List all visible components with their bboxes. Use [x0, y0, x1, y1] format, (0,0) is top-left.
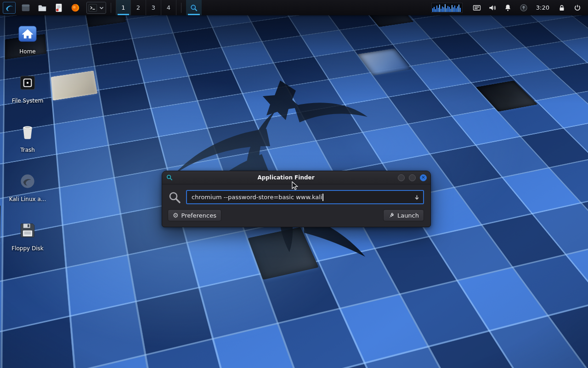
desktop-icon-label: File System	[12, 98, 44, 104]
window-controls: ✕	[398, 174, 427, 181]
status-tray-button[interactable]	[518, 2, 530, 14]
logout-button[interactable]	[571, 2, 583, 14]
desktop-icon-label: Floppy Disk	[11, 245, 44, 252]
workspace-switcher: 1 2 3 4	[116, 0, 176, 15]
bell-icon	[503, 3, 512, 12]
firefox-launcher[interactable]	[70, 2, 81, 13]
keyboard-icon	[472, 3, 481, 12]
desktop-icon-label: Trash	[20, 147, 35, 153]
speaker-icon	[488, 3, 497, 12]
close-icon: ✕	[421, 175, 425, 180]
search-icon	[168, 190, 181, 204]
volume-tray-button[interactable]	[486, 2, 498, 14]
kali-logo-icon	[5, 3, 14, 12]
file-system-icon	[17, 71, 38, 95]
gear-icon: ⚙	[173, 212, 179, 218]
desktop-icon-home[interactable]: Home	[5, 22, 51, 61]
dropdown-arrow-icon[interactable]	[414, 194, 420, 200]
cpu-graph-widget[interactable]	[431, 3, 463, 13]
desktop-icon-floppy-disk[interactable]: Floppy Disk	[5, 218, 51, 258]
search-input-text: chromium --password-store=basic www.kali	[192, 194, 322, 201]
cpu-graph-bars	[432, 3, 462, 12]
window-launcher[interactable]	[20, 2, 31, 13]
text-editor-icon	[54, 3, 64, 13]
lock-screen-button[interactable]	[556, 2, 568, 14]
trash-icon	[17, 120, 38, 144]
preferences-button[interactable]: ⚙ Preferences	[168, 209, 221, 221]
clock[interactable]: 3:20	[536, 4, 549, 11]
power-icon	[573, 4, 582, 12]
file-manager-launcher[interactable]	[37, 2, 48, 13]
terminal-icon	[88, 3, 98, 13]
floppy-disk-icon	[17, 218, 38, 242]
firefox-icon	[70, 3, 80, 13]
display-tray-button[interactable]	[471, 2, 483, 14]
window-icon-application-finder	[166, 174, 174, 181]
preferences-button-label: Preferences	[181, 212, 216, 219]
launch-button[interactable]: Launch	[383, 209, 424, 221]
kali-document-icon	[17, 169, 38, 193]
chevron-down-icon[interactable]	[99, 6, 104, 10]
launch-button-label: Launch	[397, 212, 419, 219]
home-icon	[17, 22, 38, 46]
lock-icon	[558, 4, 566, 12]
workspace-button-2[interactable]: 2	[131, 0, 146, 15]
panel-launchers	[20, 2, 106, 14]
notifications-tray-button[interactable]	[502, 2, 514, 14]
panel-separator	[181, 3, 181, 13]
minimize-button[interactable]	[398, 174, 405, 181]
application-finder-window: Application Finder ✕ chromium --password…	[162, 171, 431, 227]
desktop-icon-trash[interactable]: Trash	[5, 120, 51, 160]
mouse-cursor	[291, 181, 300, 192]
folder-icon	[37, 3, 47, 13]
terminal-launcher[interactable]	[86, 2, 106, 14]
search-input[interactable]: chromium --password-store=basic www.kali	[186, 190, 424, 204]
launch-icon	[388, 212, 395, 218]
maximize-button[interactable]	[409, 174, 416, 181]
desktop-icon-label: Home	[19, 48, 35, 55]
top-panel: 1 2 3 4	[0, 0, 588, 15]
application-finder-icon	[189, 3, 198, 12]
close-button[interactable]: ✕	[420, 174, 427, 181]
desktop-icon-column: Home File System Trash	[5, 22, 51, 268]
text-editor-launcher[interactable]	[53, 2, 64, 13]
window-button-application-finder[interactable]	[186, 0, 202, 15]
window-title: Application Finder	[174, 174, 398, 181]
update-status-icon	[519, 3, 528, 12]
desktop-icon-kali-linux[interactable]: Kali Linux a...	[5, 169, 51, 209]
panel-separator	[111, 3, 111, 13]
desktop-icon-label: Kali Linux a...	[9, 196, 46, 202]
desktop-icon-file-system[interactable]: File System	[5, 71, 51, 110]
workspace-button-1[interactable]: 1	[116, 0, 131, 15]
text-caret	[322, 194, 323, 201]
window-icon	[21, 3, 31, 13]
workspace-button-4[interactable]: 4	[161, 0, 176, 15]
applications-menu-button[interactable]	[3, 2, 16, 14]
workspace-button-3[interactable]: 3	[146, 0, 161, 15]
